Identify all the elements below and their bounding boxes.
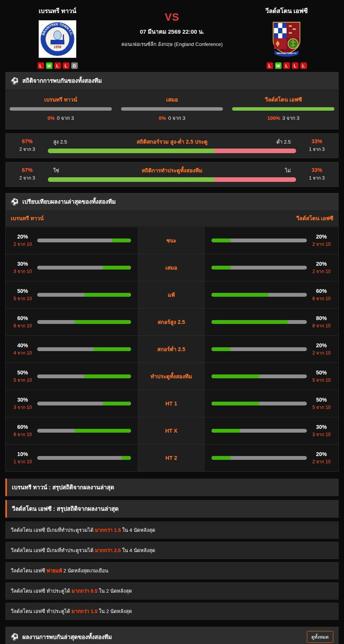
football-icon: ⚽ bbox=[11, 78, 19, 84]
h2h-duel-rows: 67%2 จาก 3 สูง 2.5สถิติสกอร์รวม สูง-ต่ำ … bbox=[0, 133, 344, 187]
progress-bar bbox=[10, 107, 112, 111]
away-progress-bar bbox=[211, 402, 307, 405]
h2h-stats-title: สถิติจากการพบกันของทั้งสองทีม bbox=[22, 76, 102, 85]
split-progress-bar bbox=[48, 149, 296, 153]
h2h-results-section: ⚽ ผลงานการพบกันล่าสุดของทั้งสองทีม ดูทั้… bbox=[5, 627, 339, 644]
summary-item: วีลด์สโตน เอฟซี มีเกมที่ทำประตูรวมได้ มา… bbox=[5, 521, 339, 539]
compare-away-name: วีลด์สโตน เอฟซี bbox=[296, 214, 333, 222]
home-team-name: เบรนทรี ทาวน์ bbox=[39, 6, 76, 16]
football-icon: ⚽ bbox=[11, 634, 19, 640]
h2h-stat-column: เสมอ 0%0 จาก 3 bbox=[121, 95, 223, 122]
home-progress-bar bbox=[37, 456, 131, 460]
summary-away-header: วีลด์สโตน เอฟซี : สรุปสถิติจากผลงานล่าสุ… bbox=[5, 500, 339, 518]
match-stats-page: เบรนทรี ทาวน์ BRAINTREE TOWN F.C. THE IR… bbox=[0, 0, 344, 644]
compare-row-label: HT 1 bbox=[139, 390, 204, 417]
summary-away-items: วีลด์สโตน เอฟซี มีเกมที่ทำประตูรวมได้ มา… bbox=[0, 521, 344, 620]
h2h-view-all-button[interactable]: ดูทั้งหมด bbox=[307, 631, 333, 643]
form-badge-w: W bbox=[46, 62, 52, 69]
h2h-results-header: ⚽ ผลงานการพบกันล่าสุดของทั้งสองทีม ดูทั้… bbox=[6, 627, 338, 644]
home-progress-bar bbox=[37, 266, 131, 270]
away-progress-bar bbox=[211, 347, 307, 351]
compare-row-label: สกอร์ต่ำ 2.5 bbox=[139, 336, 204, 363]
home-team-logo: BRAINTREE TOWN F.C. THE IRON 1898 bbox=[39, 20, 76, 58]
compare-row-label: ทำประตูทั้งสองทีม bbox=[139, 363, 204, 390]
form-badge-l: L bbox=[54, 62, 61, 69]
home-progress-bar bbox=[37, 347, 131, 351]
away-team-logo: WEALDSTONE FC bbox=[268, 20, 305, 58]
match-info: VS 07 มีนาคม 2569 22:00 น. คอนเฟอเรนซ์ลี… bbox=[115, 6, 229, 69]
compare-title: เปรียบเทียบผลงานล่าสุดของทั้งสองทีม bbox=[22, 197, 116, 206]
h2h-duel-row: 67%2 จาก 3 สูง 2.5สถิติสกอร์รวม สูง-ต่ำ … bbox=[5, 133, 339, 158]
home-progress-bar bbox=[37, 374, 131, 378]
compare-home-name: เบรนทรี ทาวน์ bbox=[11, 214, 44, 222]
form-badge-l: L bbox=[283, 62, 290, 69]
h2h-duel-row: 67%2 จาก 3 ใช่สถิติการทำประตูทั้งสองทีมไ… bbox=[5, 162, 339, 187]
away-team-name: วีลด์สโตน เอฟซี bbox=[265, 6, 308, 16]
summary-item: วีลด์สโตน เอฟซี พ่ายแพ้ 2 นัดหลังสุดเกมเ… bbox=[5, 562, 339, 579]
h2h-results-title: ผลงานการพบกันล่าสุดของทั้งสองทีม bbox=[22, 633, 112, 642]
home-team-header: เบรนทรี ทาวน์ BRAINTREE TOWN F.C. THE IR… bbox=[0, 6, 115, 69]
home-progress-bar bbox=[37, 320, 131, 324]
compare-row: 50%5 จาก 10 ทำประตูทั้งสองทีม 50%5 จาก 1… bbox=[6, 363, 338, 390]
match-datetime: 07 มีนาคม 2569 22:00 น. bbox=[140, 27, 204, 36]
compare-row-label: สกอร์สูง 2.5 bbox=[139, 309, 204, 335]
progress-bar bbox=[121, 107, 223, 111]
summary-home-header: เบรนทรี ทาวน์ : สรุปสถิติจากผลงานล่าสุด bbox=[5, 479, 339, 496]
compare-row: 30%3 จาก 10 HT 1 50%5 จาก 10 bbox=[6, 390, 338, 417]
progress-bar bbox=[232, 107, 334, 111]
h2h-stats-section: ⚽ สถิติจากการพบกันของทั้งสองทีม เบรนทรี … bbox=[5, 72, 339, 129]
compare-row-label: HT X bbox=[139, 417, 204, 444]
away-progress-bar bbox=[211, 293, 307, 297]
compare-row-label: แพ้ bbox=[139, 281, 204, 308]
match-header: เบรนทรี ทาวน์ BRAINTREE TOWN F.C. THE IR… bbox=[0, 0, 344, 72]
svg-text:1898: 1898 bbox=[54, 45, 61, 49]
away-progress-bar bbox=[211, 429, 307, 433]
split-progress-bar bbox=[48, 177, 296, 182]
braintree-crest-icon: BRAINTREE TOWN F.C. THE IRON 1898 bbox=[40, 21, 75, 57]
form-badge-l: L bbox=[38, 62, 44, 69]
compare-team-names: เบรนทรี ทาวน์ วีลด์สโตน เอฟซี bbox=[6, 210, 338, 227]
wealdstone-crest-icon: WEALDSTONE FC bbox=[271, 21, 302, 57]
away-form-badges: LWLLL bbox=[267, 62, 307, 69]
form-badge-l: L bbox=[267, 62, 273, 69]
compare-row-label: ชนะ bbox=[139, 227, 204, 254]
away-progress-bar bbox=[211, 320, 307, 324]
vs-label: VS bbox=[165, 11, 179, 23]
compare-row: 60%6 จาก 10 สกอร์สูง 2.5 80%8 จาก 10 bbox=[6, 308, 338, 335]
svg-text:WEALDSTONE FC: WEALDSTONE FC bbox=[277, 52, 297, 54]
form-badge-l: L bbox=[292, 62, 298, 69]
form-badge-l: L bbox=[300, 62, 307, 69]
form-badge-l: L bbox=[63, 62, 69, 69]
home-form-badges: LWLLD bbox=[38, 62, 78, 69]
away-progress-bar bbox=[211, 239, 307, 242]
compare-rows: 20%2 จาก 10 ชนะ 20%2 จาก 10 30%3 จาก 10 … bbox=[6, 227, 338, 471]
compare-section: ⚽ เปรียบเทียบผลงานล่าสุดของทั้งสองทีม เบ… bbox=[5, 193, 339, 472]
away-progress-bar bbox=[211, 374, 307, 378]
away-team-header: วีลด์สโตน เอฟซี WEALDSTONE FC bbox=[229, 6, 344, 69]
home-progress-bar bbox=[37, 293, 131, 297]
football-icon: ⚽ bbox=[11, 199, 19, 205]
compare-header: ⚽ เปรียบเทียบผลงานล่าสุดของทั้งสองทีม bbox=[6, 193, 338, 210]
form-badge-w: W bbox=[275, 62, 282, 69]
form-badge-d: D bbox=[71, 62, 78, 69]
compare-row: 30%3 จาก 10 เสมอ 20%2 จาก 10 bbox=[6, 254, 338, 281]
h2h-stats-header: ⚽ สถิติจากการพบกันของทั้งสองทีม bbox=[6, 72, 338, 89]
h2h-stat-column: วีลด์สโตน เอฟซี 100%3 จาก 3 bbox=[232, 95, 334, 122]
summary-item: วีลด์สโตน เอฟซี ทำประตูได้ มากกว่า 0.5 ใ… bbox=[5, 582, 339, 600]
compare-row-label: HT 2 bbox=[139, 445, 204, 471]
h2h-stat-column: เบรนทรี ทาวน์ 0%0 จาก 3 bbox=[10, 95, 112, 122]
home-progress-bar bbox=[37, 239, 131, 242]
compare-row: 60%6 จาก 10 HT X 30%3 จาก 10 bbox=[6, 417, 338, 444]
compare-row: 10%1 จาก 10 HT 2 20%2 จาก 10 bbox=[6, 444, 338, 471]
summary-item: วีลด์สโตน เอฟซี มีเกมที่ทำประตูรวมได้ มา… bbox=[5, 542, 339, 559]
compare-row-label: เสมอ bbox=[139, 254, 204, 281]
compare-row: 50%5 จาก 10 แพ้ 60%6 จาก 10 bbox=[6, 281, 338, 308]
h2h-win-draw-loss: เบรนทรี ทาวน์ 0%0 จาก 3 เสมอ 0%0 จาก 3 ว… bbox=[6, 89, 338, 129]
away-progress-bar bbox=[211, 456, 307, 460]
summary-item: วีลด์สโตน เอฟซี ทำประตูได้ มากกว่า 1.5 ใ… bbox=[5, 603, 339, 620]
home-progress-bar bbox=[37, 402, 131, 405]
home-progress-bar bbox=[37, 429, 131, 433]
compare-row: 20%2 จาก 10 ชนะ 20%2 จาก 10 bbox=[6, 227, 338, 254]
away-progress-bar bbox=[211, 266, 307, 270]
compare-row: 40%4 จาก 10 สกอร์ต่ำ 2.5 20%2 จาก 10 bbox=[6, 335, 338, 363]
